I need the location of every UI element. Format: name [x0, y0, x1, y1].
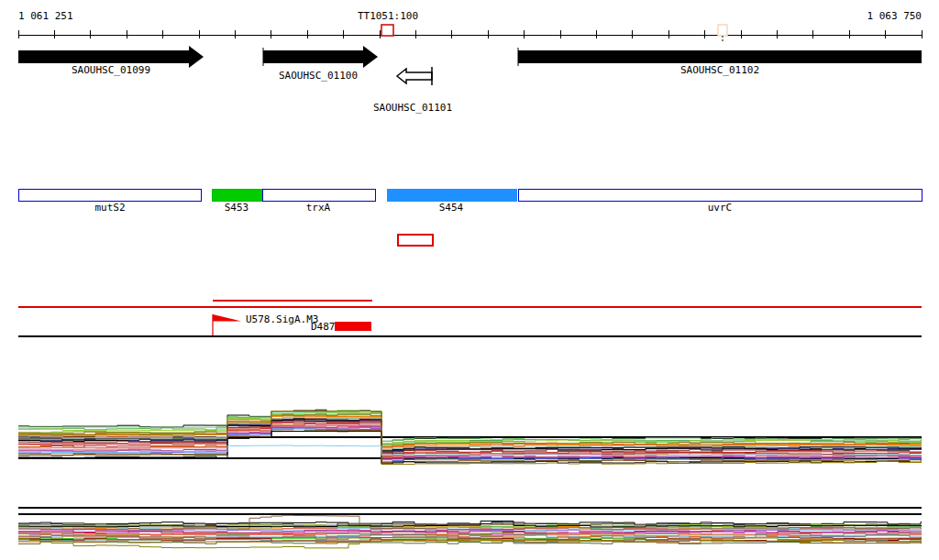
gene-label-saouhsc-01101: SAOUHSC_01101 [373, 103, 452, 113]
feature-box-trxA[interactable] [262, 189, 375, 201]
feature-label-s454: S454 [439, 203, 464, 213]
faint-terminator[interactable] [718, 25, 727, 36]
feature-label-muts2: mutS2 [94, 203, 125, 213]
gene-label-saouhsc-01102: SAOUHSC_01102 [680, 65, 759, 75]
downstream-probe-rect[interactable] [335, 322, 371, 331]
feature-label-uvrc: uvrC [708, 203, 733, 213]
ruler-end-coordinate: 1 063 750 [867, 11, 922, 21]
expression-profile-lower-series [18, 542, 922, 544]
feature-box-mutS2[interactable] [18, 189, 201, 201]
feature-label-s453: S453 [225, 203, 249, 213]
feature-box-S453[interactable] [212, 189, 261, 201]
gene-arrow-head-SAOUHSC_01100[interactable] [363, 46, 378, 68]
genome-browser-view: 1 061 251 1 063 750 TT1051:100 SAOUHSC_0… [0, 0, 939, 560]
tracks-and-profiles-canvas [0, 0, 939, 560]
gene-arrow-body-SAOUHSC_01099[interactable] [18, 50, 189, 63]
feature-box-S454[interactable] [387, 189, 516, 201]
gene-open-arrow-SAOUHSC_01101[interactable] [397, 69, 432, 83]
ruler-start-coordinate: 1 061 251 [18, 11, 73, 21]
promoter-flag-triangle[interactable] [213, 314, 241, 322]
gene-label-saouhsc-01099: SAOUHSC_01099 [72, 65, 150, 75]
gene-arrow-body-SAOUHSC_01102[interactable] [518, 50, 922, 63]
probe-outline-box[interactable] [398, 235, 433, 246]
feature-box-uvrC[interactable] [518, 189, 922, 201]
gene-arrow-body-SAOUHSC_01100[interactable] [263, 50, 363, 63]
terminator-TT1051[interactable] [381, 25, 393, 36]
promoter-label: U578.SigA.M3 [246, 314, 318, 324]
gene-label-saouhsc-01100: SAOUHSC_01100 [279, 71, 358, 81]
terminator-marker-label: TT1051:100 [358, 11, 418, 21]
gene-arrow-head-SAOUHSC_01099[interactable] [189, 46, 204, 68]
feature-label-trxa: trxA [306, 203, 331, 213]
downstream-probe-label: D487 [311, 322, 336, 332]
